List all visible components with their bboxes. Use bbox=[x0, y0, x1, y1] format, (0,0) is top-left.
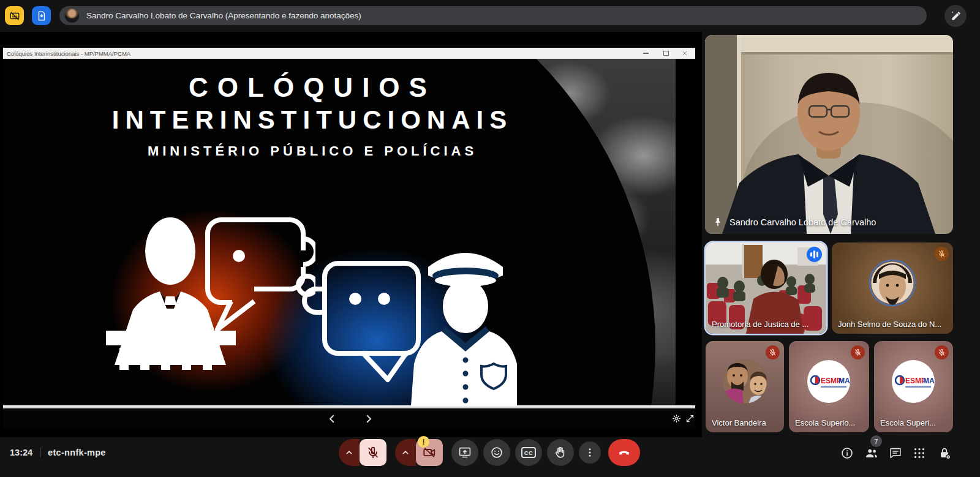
presenter-status-pill[interactable]: Sandro Carvalho Lobato de Carvalho (Apre… bbox=[59, 6, 927, 25]
window-titlebar[interactable]: Colóquios Interinstitucionais - MP/PMMA/… bbox=[3, 48, 695, 59]
previous-slide-button[interactable] bbox=[326, 413, 337, 424]
participant-name: Jonh Selmo de Souza do N... bbox=[838, 320, 941, 329]
participant-name: Escola Superio... bbox=[795, 418, 855, 427]
slide-controls-strip bbox=[3, 408, 695, 429]
people-icon bbox=[865, 446, 878, 460]
info-icon bbox=[840, 446, 854, 460]
participant-count: 7 bbox=[874, 438, 878, 445]
host-controls-button[interactable] bbox=[933, 442, 956, 464]
captions-button[interactable]: CC bbox=[515, 439, 542, 466]
chevron-up-icon bbox=[344, 447, 355, 458]
activities-button[interactable] bbox=[908, 442, 930, 464]
participant-tile-promotoria[interactable]: Promotoria de Justica de ... bbox=[706, 242, 826, 334]
pencil-sparkle-icon bbox=[950, 10, 961, 21]
meeting-details-button[interactable] bbox=[836, 442, 858, 464]
clock: 13:24 bbox=[10, 448, 32, 457]
slide-right-margin bbox=[676, 59, 695, 405]
close-icon bbox=[682, 50, 688, 56]
annotation-board-off-button[interactable] bbox=[5, 6, 24, 25]
main-video-tile[interactable]: Sandro Carvalho Lobato de Carvalho bbox=[705, 35, 953, 234]
svg-text:MA: MA bbox=[839, 377, 850, 385]
main-tile-name-label: Sandro Carvalho Lobato de Carvalho bbox=[712, 217, 876, 228]
pin-icon bbox=[712, 217, 723, 228]
slide-subtitle: MINISTÉRIO PÚBLICO E POLÍCIAS bbox=[3, 143, 622, 159]
annotation-pen-button[interactable] bbox=[944, 5, 967, 27]
slide-title-line2: INTERINSTITUCIONAIS bbox=[3, 105, 622, 135]
speaker-podium-graphic bbox=[101, 211, 315, 370]
audio-active-indicator bbox=[807, 247, 822, 262]
raise-hand-icon bbox=[554, 446, 567, 459]
slide-canvas: COLÓQUIOS INTERINSTITUCIONAIS MINISTÉRIO… bbox=[3, 59, 695, 405]
document-download-icon bbox=[36, 10, 47, 21]
mic-off-indicator bbox=[935, 247, 949, 261]
restore-button[interactable] bbox=[657, 48, 675, 59]
svg-text:MA: MA bbox=[923, 377, 935, 385]
keyboard-off-icon bbox=[9, 10, 20, 21]
document-tool-button[interactable] bbox=[32, 6, 51, 25]
slide-fullscreen-button[interactable] bbox=[685, 414, 695, 423]
end-call-button[interactable] bbox=[608, 439, 640, 466]
chevron-right-icon bbox=[363, 413, 374, 424]
camera-warning-badge[interactable]: ! bbox=[418, 436, 429, 448]
emoji-icon bbox=[490, 446, 503, 459]
participant-count-badge: 7 bbox=[870, 435, 882, 447]
slide-settings-button[interactable] bbox=[672, 414, 681, 423]
meeting-code: etc-nnfk-mpe bbox=[48, 448, 106, 457]
mic-off-icon bbox=[938, 250, 946, 258]
warning-text: ! bbox=[423, 438, 425, 446]
participant-name: Promotoria de Justica de ... bbox=[712, 320, 809, 329]
minimize-button[interactable] bbox=[636, 48, 655, 59]
more-options-button[interactable] bbox=[579, 441, 601, 464]
meet-app: Sandro Carvalho Lobato de Carvalho (Apre… bbox=[0, 0, 980, 477]
participant-tile-victor[interactable]: Victor Bandeira bbox=[706, 341, 784, 432]
mic-off-indicator bbox=[766, 345, 780, 359]
presenter-status-text: Sandro Carvalho Lobato de Carvalho (Apre… bbox=[86, 11, 361, 20]
present-screen-icon bbox=[458, 446, 472, 459]
grid-icon bbox=[913, 446, 926, 460]
slide-title-line1: COLÓQUIOS bbox=[3, 72, 622, 103]
chat-icon bbox=[889, 446, 902, 460]
lock-icon bbox=[938, 446, 951, 460]
minimize-icon bbox=[643, 53, 649, 54]
gear-icon bbox=[672, 414, 681, 423]
mic-off-icon bbox=[366, 446, 380, 459]
shared-screen-stage: Colóquios Interinstitucionais - MP/PMMA/… bbox=[0, 32, 702, 437]
raise-hand-button[interactable] bbox=[547, 439, 574, 466]
next-slide-button[interactable] bbox=[363, 413, 374, 424]
divider bbox=[40, 448, 40, 457]
participant-name: Escola Superi... bbox=[880, 418, 936, 427]
more-vert-icon bbox=[584, 447, 595, 458]
mic-off-icon bbox=[938, 348, 946, 356]
call-end-icon bbox=[617, 446, 631, 459]
expand-icon bbox=[685, 414, 695, 423]
slide-title-block: COLÓQUIOS INTERINSTITUCIONAIS MINISTÉRIO… bbox=[3, 59, 622, 159]
participant-tile-escola-2[interactable]: ESMP MA Escola Superi... bbox=[874, 341, 953, 432]
restore-icon bbox=[663, 51, 669, 56]
chevron-up-icon bbox=[400, 447, 411, 458]
camera-off-icon bbox=[423, 446, 436, 459]
camera-options-button[interactable] bbox=[395, 439, 416, 466]
participant-name: Victor Bandeira bbox=[712, 418, 766, 427]
mic-toggle-button[interactable] bbox=[360, 439, 386, 466]
chat-panel-button[interactable] bbox=[884, 442, 907, 464]
police-bubble-graphic bbox=[291, 238, 518, 405]
chevron-left-icon bbox=[326, 413, 337, 424]
close-button[interactable] bbox=[676, 48, 694, 59]
main-participant-name: Sandro Carvalho Lobato de Carvalho bbox=[729, 217, 876, 227]
window-title: Colóquios Interinstitucionais - MP/PMMA/… bbox=[7, 50, 130, 57]
mic-off-icon bbox=[854, 348, 862, 356]
presenter-avatar bbox=[65, 9, 79, 23]
meeting-info: 13:24 etc-nnfk-mpe bbox=[10, 448, 106, 457]
participant-tile-jonh[interactable]: Jonh Selmo de Souza do N... bbox=[832, 242, 953, 334]
cc-icon: CC bbox=[521, 447, 537, 458]
reactions-button[interactable] bbox=[483, 439, 510, 466]
mic-options-button[interactable] bbox=[339, 439, 360, 466]
participant-tile-escola-1[interactable]: ESMP MA Escola Superio... bbox=[789, 341, 869, 432]
mic-off-indicator bbox=[935, 345, 949, 359]
presentation-window: Colóquios Interinstitucionais - MP/PMMA/… bbox=[3, 48, 695, 429]
present-screen-button[interactable] bbox=[451, 439, 478, 466]
main-video-feed bbox=[705, 35, 953, 234]
mic-off-indicator bbox=[851, 345, 865, 359]
mic-off-icon bbox=[769, 348, 777, 356]
